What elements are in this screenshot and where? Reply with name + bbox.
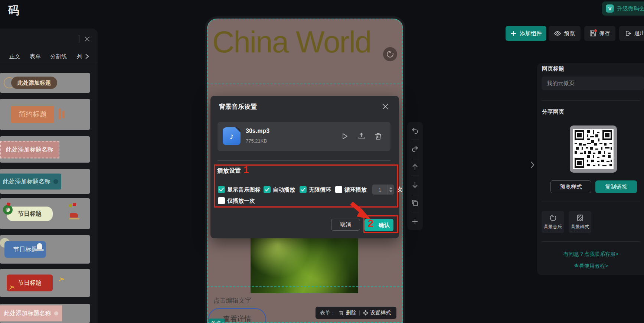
page-title-input[interactable] — [542, 76, 644, 90]
preview-style-button[interactable]: 预览样式 — [550, 180, 591, 193]
play-icon[interactable] — [340, 132, 349, 141]
edit-toolbar — [407, 122, 423, 230]
tab-body-text[interactable]: 正文 — [9, 53, 20, 60]
page-title-label: 网页标题 — [542, 65, 564, 72]
audio-file-size: 775.21KB — [246, 138, 267, 144]
checkbox-infinite-loop[interactable] — [300, 186, 307, 193]
edit-text-placeholder[interactable]: 点击编辑文字 — [213, 296, 251, 305]
diamonds-icon — [363, 310, 368, 316]
share-page-label: 分享网页 — [542, 108, 564, 115]
share-qr-code — [570, 125, 617, 173]
audio-file-card: ♪ 30s.mp3 775.21KB — [218, 122, 390, 151]
music-note-icon: ♪ — [229, 131, 234, 141]
form-field-name-label[interactable]: 姓名 — [208, 319, 225, 323]
toolbar-separator — [411, 194, 419, 194]
template-label: 简约标题 — [11, 106, 54, 123]
playback-settings-title: 播放设置 — [217, 167, 241, 175]
delete-file-icon[interactable] — [374, 132, 383, 141]
checkbox-label-play-once: 仅播放一次 — [227, 198, 255, 205]
move-down-icon[interactable] — [411, 181, 419, 189]
close-panel-icon[interactable] — [84, 36, 91, 42]
wreath-icon — [3, 205, 13, 215]
set-style-label: 设置样式 — [370, 310, 391, 316]
template-card-brown-pill[interactable]: 此处添加标题 — [0, 73, 90, 93]
section-divider-dashed — [207, 286, 403, 287]
loop-count-input[interactable]: 1 — [372, 185, 394, 195]
bg-style-label: 背景样式 — [571, 224, 589, 230]
bg-style-button[interactable]: 背景样式 — [569, 211, 591, 233]
unsaved-dot — [594, 29, 597, 32]
template-card-festive-red[interactable]: 节日标题 — [0, 269, 90, 297]
exit-icon — [625, 30, 631, 37]
audio-file-icon: ♪ — [223, 127, 241, 145]
vip-badge-icon: V — [606, 4, 614, 13]
save-button[interactable]: 保存 — [584, 26, 615, 41]
template-card-pink-stamp[interactable]: 此处添加标题名称 — [0, 136, 90, 163]
duplicate-icon[interactable] — [411, 199, 419, 207]
undo-icon[interactable] — [411, 127, 419, 135]
preview-button[interactable]: 预览 — [549, 26, 581, 41]
modal-close-icon[interactable] — [381, 102, 389, 111]
tab-form[interactable]: 表单 — [30, 53, 41, 60]
preview-label: 预览 — [564, 30, 575, 37]
plus-icon — [510, 30, 517, 37]
annotation-number-1: 1 — [243, 164, 249, 176]
sleigh-icon — [70, 213, 78, 218]
canvas-page-title[interactable]: China World — [212, 25, 398, 59]
panel-divider — [542, 202, 640, 202]
template-label: 节日标题 — [7, 275, 53, 291]
checkbox-play-once[interactable] — [218, 197, 225, 204]
loop-count-unit: 次 — [397, 186, 402, 193]
template-card-festive-blue[interactable]: 节日标题 — [0, 235, 90, 264]
tabs-more-chevron-icon[interactable] — [84, 53, 89, 59]
delete-form-button[interactable]: 删除 — [339, 310, 356, 316]
move-up-icon[interactable] — [411, 163, 419, 171]
upgrade-member-button[interactable]: V 升级微码会 — [602, 1, 644, 16]
delete-label: 删除 — [346, 310, 356, 316]
stepper-down-icon[interactable] — [389, 190, 392, 192]
gift-icon — [73, 203, 76, 206]
add-icon[interactable] — [411, 217, 419, 225]
bar-decoration — [62, 111, 65, 118]
template-card-festive-green[interactable]: 节日标题 — [0, 198, 90, 229]
sleigh-runner — [69, 218, 79, 219]
redo-icon[interactable] — [411, 145, 419, 153]
stepper-up-icon[interactable] — [389, 187, 392, 189]
upload-icon[interactable] — [357, 132, 366, 141]
template-label: 此处添加标题 — [11, 77, 57, 89]
tabs-divider-line — [0, 64, 98, 64]
bg-music-button[interactable]: 背景音乐 — [542, 211, 564, 233]
copy-link-button[interactable]: 复制链接 — [595, 180, 637, 193]
toolbar-separator — [411, 140, 419, 140]
checkbox-loop-play[interactable] — [335, 186, 342, 193]
set-style-button[interactable]: 设置样式 — [363, 310, 391, 316]
qr-code-image — [573, 129, 614, 169]
checkbox-label-autoplay: 自动播放 — [273, 186, 295, 193]
tab-divider[interactable]: 分割线 — [50, 53, 67, 60]
loop-count-stepper[interactable] — [388, 185, 394, 195]
template-card-pink-soft[interactable]: 此处添加标题名称 — [0, 304, 90, 323]
toolbar-prefix: 表单： — [320, 310, 336, 316]
add-component-button[interactable]: 添加组件 — [506, 26, 546, 41]
editor-app: 码 V 升级微码会 添加组件 预览 保存 退出 正文 表单 分割线 列 此处添加… — [0, 0, 644, 323]
audio-file-name: 30s.mp3 — [246, 128, 269, 134]
template-card-teal-tag[interactable]: 此处添加标题名称 — [0, 169, 90, 194]
checkbox-show-music-icon[interactable] — [218, 186, 225, 193]
music-disc-icon — [549, 214, 557, 222]
collapse-panel-chevron-icon[interactable] — [529, 160, 535, 169]
exit-button[interactable]: 退出 — [619, 26, 644, 41]
rabbit-base — [35, 249, 44, 251]
tab-column[interactable]: 列 — [77, 53, 82, 60]
template-card-salmon[interactable]: 简约标题 — [0, 99, 90, 130]
modal-divider — [218, 160, 390, 161]
toolbar-separator — [411, 176, 419, 176]
contact-support-link[interactable]: 有问题？点我联系客服> — [537, 251, 644, 258]
music-disc-icon[interactable] — [383, 47, 397, 61]
checkbox-autoplay[interactable] — [264, 186, 271, 193]
tutorial-link[interactable]: 查看使用教程> — [537, 263, 644, 270]
template-label: 此处添加标题名称 — [4, 310, 51, 317]
dot-decoration — [53, 179, 58, 184]
modal-title: 背景音乐设置 — [219, 102, 257, 111]
bg-style-icon — [576, 214, 584, 222]
cancel-button[interactable]: 取消 — [331, 219, 360, 231]
